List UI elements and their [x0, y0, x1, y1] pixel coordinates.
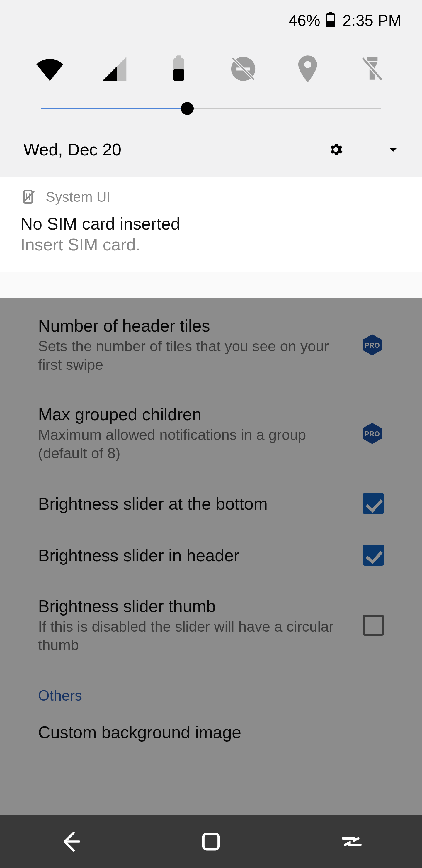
notification-subtitle: Insert SIM card.	[21, 235, 401, 254]
location-icon	[292, 53, 324, 85]
row-max-grouped[interactable]: Max grouped children Maximum allowed not…	[0, 389, 422, 478]
svg-text:PRO: PRO	[364, 430, 380, 438]
slider-thumb[interactable]	[181, 102, 194, 115]
home-icon	[198, 829, 224, 855]
svg-rect-19	[203, 834, 219, 849]
clock-label: 2:35 PM	[343, 11, 401, 29]
svg-rect-5	[176, 55, 182, 59]
settings-button[interactable]	[328, 141, 344, 158]
row-title: Number of header tiles	[38, 316, 349, 336]
recents-icon	[338, 829, 365, 855]
notification-app-name: System UI	[46, 189, 110, 205]
brightness-slider[interactable]	[0, 100, 422, 129]
signal-icon	[98, 53, 130, 85]
settings-list: Number of header tiles Sets the number o…	[0, 298, 422, 868]
battery-percent-label: 46%	[289, 11, 320, 29]
section-header-others: Others	[0, 670, 422, 707]
svg-rect-6	[173, 69, 184, 81]
dnd-tile[interactable]	[227, 53, 259, 85]
home-button[interactable]	[198, 829, 224, 855]
flashlight-off-icon	[356, 53, 388, 85]
row-title: Brightness slider in header	[38, 546, 351, 565]
sim-icon	[21, 189, 37, 205]
row-title: Custom background image	[38, 722, 384, 742]
qs-date[interactable]: Wed, Dec 20	[24, 140, 287, 159]
gear-icon	[328, 141, 344, 158]
row-title: Brightness slider thumb	[38, 596, 351, 616]
row-subtitle: If this is disabled the slider will have…	[38, 618, 351, 654]
row-title: Max grouped children	[38, 404, 349, 424]
dnd-off-icon	[227, 53, 259, 85]
row-custom-bg[interactable]: Custom background image	[0, 707, 422, 745]
status-bar: 46% 2:35 PM	[0, 0, 422, 32]
wifi-icon	[34, 53, 66, 85]
row-title: Brightness slider at the bottom	[38, 494, 351, 514]
notification-card[interactable]: System UI No SIM card inserted Insert SI…	[0, 177, 422, 272]
checkbox[interactable]	[363, 493, 384, 514]
row-subtitle: Maximum allowed notifications in a group…	[38, 426, 349, 462]
pro-badge: PRO	[360, 333, 384, 356]
cell-tile[interactable]	[98, 53, 130, 85]
row-brightness-header[interactable]: Brightness slider in header	[0, 529, 422, 581]
row-brightness-thumb[interactable]: Brightness slider thumb If this is disab…	[0, 581, 422, 670]
notification-title: No SIM card inserted	[21, 214, 401, 234]
checkbox[interactable]	[363, 615, 384, 636]
quick-settings-panel[interactable]: 46% 2:35 PM	[0, 0, 422, 177]
battery-icon	[326, 13, 335, 27]
location-tile[interactable]	[292, 53, 324, 85]
qs-tiles-row	[0, 32, 422, 100]
battery-icon	[163, 53, 195, 85]
expand-button[interactable]	[385, 141, 401, 158]
recents-button[interactable]	[338, 829, 365, 855]
back-button[interactable]	[57, 829, 84, 855]
back-icon	[57, 829, 84, 855]
slider-fill	[41, 107, 187, 110]
svg-text:PRO: PRO	[364, 341, 380, 349]
pro-badge: PRO	[360, 422, 384, 445]
svg-rect-11	[367, 57, 378, 61]
chevron-down-icon	[385, 141, 401, 158]
wifi-tile[interactable]	[34, 53, 66, 85]
row-brightness-bottom[interactable]: Brightness slider at the bottom	[0, 478, 422, 529]
row-header-tiles[interactable]: Number of header tiles Sets the number o…	[0, 301, 422, 389]
flashlight-tile[interactable]	[356, 53, 388, 85]
navigation-bar	[0, 815, 422, 868]
checkbox[interactable]	[363, 545, 384, 566]
row-subtitle: Sets the number of tiles that you see on…	[38, 337, 349, 374]
battery-tile[interactable]	[163, 53, 195, 85]
